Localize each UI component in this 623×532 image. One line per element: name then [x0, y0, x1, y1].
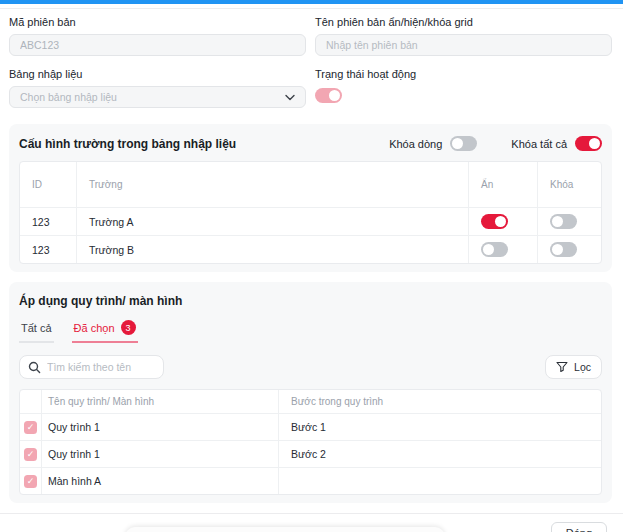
col-header-field: Trường — [77, 162, 469, 207]
cell-process-name: Màn hình A — [42, 468, 279, 494]
active-status-label: Trạng thái hoạt động — [315, 68, 612, 80]
field-config-table-header: ID Trường Ẩn Khóa — [20, 162, 601, 207]
col-header-process-name: Tên quy trình/ Màn hình — [42, 390, 279, 413]
version-code-label: Mã phiên bản — [9, 16, 306, 28]
version-name-input[interactable] — [326, 39, 601, 51]
input-table-placeholder: Chọn bảng nhập liệu — [20, 91, 117, 103]
locked-toggle[interactable] — [550, 214, 577, 229]
version-name-input-wrap — [315, 34, 612, 56]
table-row: Quy trình 1 Bước 1 — [20, 413, 601, 440]
hidden-toggle[interactable] — [481, 214, 508, 229]
cell-field: Trường A — [77, 208, 469, 235]
row-checkbox[interactable] — [24, 475, 37, 488]
cell-id: 123 — [20, 208, 77, 235]
apply-process-section: Áp dụng quy trình/ màn hình Tất cả Đã ch… — [9, 282, 612, 503]
active-status-toggle[interactable] — [315, 88, 342, 103]
lock-row-label: Khóa dòng — [389, 138, 442, 150]
table-row: 123 Trường A — [20, 207, 601, 235]
bottom-sheet-edge — [125, 527, 445, 532]
apply-table-header: Tên quy trình/ Màn hình Bước trong quy t… — [20, 390, 601, 413]
locked-toggle[interactable] — [550, 242, 577, 257]
search-icon — [28, 361, 41, 374]
field-config-title: Cấu hình trường trong bảng nhập liệu — [19, 137, 236, 151]
cell-id: 123 — [20, 236, 77, 263]
tab-all-label: Tất cả — [21, 322, 52, 334]
cell-field: Trường B — [77, 236, 469, 263]
field-version-name: Tên phiên bản ẩn/hiện/khóa grid — [315, 16, 612, 56]
lock-row-toggle[interactable] — [450, 136, 477, 151]
col-header-hidden: Ẩn — [469, 162, 538, 207]
close-button[interactable]: Đóng — [551, 522, 607, 532]
lock-controls: Khóa dòng Khóa tất cả — [389, 136, 602, 151]
row-checkbox[interactable] — [24, 421, 37, 434]
cell-step: Bước 1 — [279, 414, 601, 440]
chevron-down-icon — [285, 94, 295, 101]
lock-all-label: Khóa tất cả — [511, 138, 567, 150]
search-filter-row: Lọc — [19, 355, 602, 379]
version-form: Mã phiên bản Tên phiên bản ẩn/hiện/khóa … — [0, 9, 623, 108]
cell-locked — [538, 208, 601, 235]
search-input[interactable] — [47, 361, 155, 373]
lock-all-group: Khóa tất cả — [511, 136, 602, 151]
cell-process-name: Quy trình 1 — [42, 441, 279, 467]
field-config-section: Cấu hình trường trong bảng nhập liệu Khó… — [9, 124, 612, 272]
version-code-input[interactable] — [20, 39, 295, 51]
hidden-toggle[interactable] — [481, 242, 508, 257]
version-name-label: Tên phiên bản ẩn/hiện/khóa grid — [315, 16, 612, 28]
lock-row-group: Khóa dòng — [389, 136, 477, 151]
cell-checkbox — [20, 441, 42, 467]
input-table-label: Bảng nhập liệu — [9, 68, 306, 80]
col-header-checkbox — [20, 390, 42, 413]
apply-tabs: Tất cả Đã chọn 3 — [19, 316, 602, 343]
col-header-locked: Khóa — [538, 162, 601, 207]
selected-count-badge: 3 — [121, 320, 136, 335]
tab-all[interactable]: Tất cả — [19, 316, 54, 343]
tab-selected-label: Đã chọn — [74, 322, 115, 334]
apply-section-title: Áp dụng quy trình/ màn hình — [19, 294, 602, 308]
cell-step — [279, 468, 601, 494]
col-header-step: Bước trong quy trình — [279, 390, 601, 413]
funnel-icon — [556, 361, 568, 373]
cell-hidden — [469, 236, 538, 263]
cell-step: Bước 2 — [279, 441, 601, 467]
field-config-header: Cấu hình trường trong bảng nhập liệu Khó… — [19, 136, 602, 151]
filter-button-label: Lọc — [574, 361, 591, 373]
filter-button[interactable]: Lọc — [545, 355, 602, 379]
cell-process-name: Quy trình 1 — [42, 414, 279, 440]
search-box — [19, 355, 164, 379]
field-version-code: Mã phiên bản — [9, 16, 306, 56]
cell-locked — [538, 236, 601, 263]
lock-all-toggle[interactable] — [575, 136, 602, 151]
table-row: Màn hình A — [20, 467, 601, 494]
col-header-id: ID — [20, 162, 77, 207]
field-config-table: ID Trường Ẩn Khóa 123 Trường A 123 Trườn… — [19, 161, 602, 264]
table-row: Quy trình 1 Bước 2 — [20, 440, 601, 467]
version-code-input-wrap — [9, 34, 306, 56]
row-checkbox[interactable] — [24, 448, 37, 461]
apply-table: Tên quy trình/ Màn hình Bước trong quy t… — [19, 389, 602, 495]
cell-checkbox — [20, 468, 42, 494]
field-input-table: Bảng nhập liệu Chọn bảng nhập liệu — [9, 68, 306, 108]
cell-checkbox — [20, 414, 42, 440]
field-active-status: Trạng thái hoạt động — [315, 68, 612, 108]
cell-hidden — [469, 208, 538, 235]
table-row: 123 Trường B — [20, 235, 601, 263]
input-table-select[interactable]: Chọn bảng nhập liệu — [9, 86, 306, 108]
tab-selected[interactable]: Đã chọn 3 — [72, 316, 138, 343]
